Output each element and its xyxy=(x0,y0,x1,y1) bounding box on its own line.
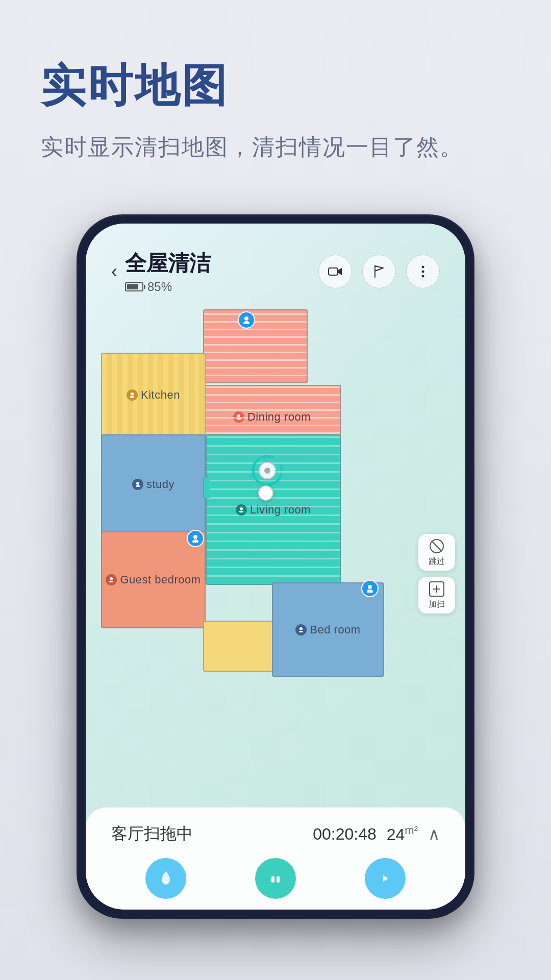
svg-marker-1 xyxy=(338,268,342,275)
action-right[interactable] xyxy=(365,858,406,899)
living-room-label: Living room xyxy=(236,503,311,517)
svg-point-20 xyxy=(244,316,248,321)
phone-header: ‹ 全屋清洁 85% xyxy=(86,224,465,304)
person-badge-bedroom xyxy=(361,580,379,597)
svg-point-22 xyxy=(193,535,197,539)
kitchen-label: Kitchen xyxy=(127,388,180,402)
study-label-text: study xyxy=(146,478,174,491)
study-label: study xyxy=(132,478,174,491)
dining-room-label: Dining room xyxy=(233,410,311,424)
expand-arrow[interactable]: ∧ xyxy=(428,824,440,844)
svg-point-5 xyxy=(237,414,240,418)
dining-icon xyxy=(233,411,244,423)
person-badge-dining-top xyxy=(238,311,255,329)
svg-point-24 xyxy=(368,585,372,589)
battery-fill xyxy=(127,284,138,289)
bed-room-label: Bed room xyxy=(295,623,360,636)
svg-point-4 xyxy=(422,275,424,278)
battery-icon xyxy=(125,282,143,291)
kitchen-room: Kitchen xyxy=(101,353,206,437)
elapsed-time: 00:20:48 xyxy=(313,825,377,844)
battery-info: 85% xyxy=(125,280,211,294)
add-scan-label: 加扫 xyxy=(429,599,445,610)
more-button[interactable] xyxy=(406,255,440,288)
back-button[interactable]: ‹ xyxy=(111,261,117,282)
flag-button[interactable] xyxy=(362,255,396,288)
svg-rect-0 xyxy=(329,268,338,275)
battery-percent: 85% xyxy=(147,280,172,294)
robot-dot xyxy=(258,485,273,501)
svg-point-9 xyxy=(136,482,139,485)
robot-indicator xyxy=(252,455,283,486)
svg-point-23 xyxy=(192,540,198,543)
bed-label-text: Bed room xyxy=(310,623,360,636)
add-scan-button[interactable]: 加扫 xyxy=(418,577,455,614)
camera-button[interactable] xyxy=(318,255,352,288)
time-area: 00:20:48 24m² ∧ xyxy=(313,824,440,844)
phone-outer-shell: ‹ 全屋清洁 85% xyxy=(77,214,474,919)
living-icon xyxy=(236,504,247,516)
guest-label-text: Guest bedroom xyxy=(120,573,201,586)
kitchen-label-text: Kitchen xyxy=(141,388,180,402)
phone-screen: ‹ 全屋清洁 85% xyxy=(86,224,465,910)
header-title-group: 全屋清洁 85% xyxy=(125,249,211,294)
svg-line-27 xyxy=(432,541,442,551)
kitchen-icon xyxy=(127,389,138,401)
svg-rect-6 xyxy=(237,418,241,420)
header-icons xyxy=(318,255,440,288)
main-title: 实时地图 xyxy=(41,61,510,111)
svg-rect-8 xyxy=(130,396,134,398)
svg-point-3 xyxy=(422,271,424,273)
map-area[interactable]: Dining room Kitchen xyxy=(101,309,450,718)
bottom-actions xyxy=(111,858,440,899)
cleaning-status: 客厅扫拖中 xyxy=(111,823,193,845)
svg-point-2 xyxy=(422,266,424,268)
page-title: 全屋清洁 xyxy=(125,249,211,278)
bed-icon xyxy=(295,624,307,635)
svg-point-11 xyxy=(240,507,243,510)
svg-rect-16 xyxy=(299,631,303,632)
guest-bedroom: Guest bedroom xyxy=(101,531,206,628)
person-badge-guest xyxy=(187,530,204,547)
study-icon xyxy=(132,479,143,490)
svg-rect-32 xyxy=(271,876,274,883)
dining-label-text: Dining room xyxy=(247,410,311,424)
map-controls: 跳过 加扫 xyxy=(418,534,455,614)
svg-rect-10 xyxy=(136,485,140,487)
svg-point-25 xyxy=(367,590,373,593)
area-value: 24m² xyxy=(387,824,418,844)
action-center[interactable] xyxy=(255,858,296,899)
guest-label: Guest bedroom xyxy=(106,573,201,586)
hero-section: 实时地图 实时显示清扫地图，清扫情况一目了然。 xyxy=(41,61,510,162)
svg-point-13 xyxy=(110,577,113,580)
skip-button[interactable]: 跳过 xyxy=(418,534,455,571)
living-label-text: Living room xyxy=(250,503,311,517)
bottom-status-bar: 客厅扫拖中 00:20:48 24m² ∧ xyxy=(86,807,465,910)
svg-rect-33 xyxy=(277,876,280,883)
status-row: 客厅扫拖中 00:20:48 24m² ∧ xyxy=(111,823,440,845)
connector-door xyxy=(203,478,210,498)
page-background: 实时地图 实时显示清扫地图，清扫情况一目了然。 ‹ 全屋清洁 xyxy=(0,0,551,980)
guest-icon xyxy=(106,574,117,585)
dining-room-top xyxy=(203,309,308,383)
action-left[interactable] xyxy=(145,858,186,899)
svg-point-15 xyxy=(299,627,303,630)
svg-rect-14 xyxy=(109,581,113,582)
phone-mockup: ‹ 全屋清洁 85% xyxy=(77,214,474,919)
svg-point-21 xyxy=(243,321,249,324)
svg-point-19 xyxy=(264,468,270,474)
yellow-area xyxy=(203,621,274,672)
svg-point-7 xyxy=(131,393,134,396)
area-unit: m² xyxy=(405,824,418,837)
header-left: ‹ 全屋清洁 85% xyxy=(111,249,211,294)
study-room: study xyxy=(101,434,206,534)
subtitle: 实时显示清扫地图，清扫情况一目了然。 xyxy=(41,131,510,163)
svg-rect-12 xyxy=(239,511,243,512)
skip-label: 跳过 xyxy=(429,556,445,567)
